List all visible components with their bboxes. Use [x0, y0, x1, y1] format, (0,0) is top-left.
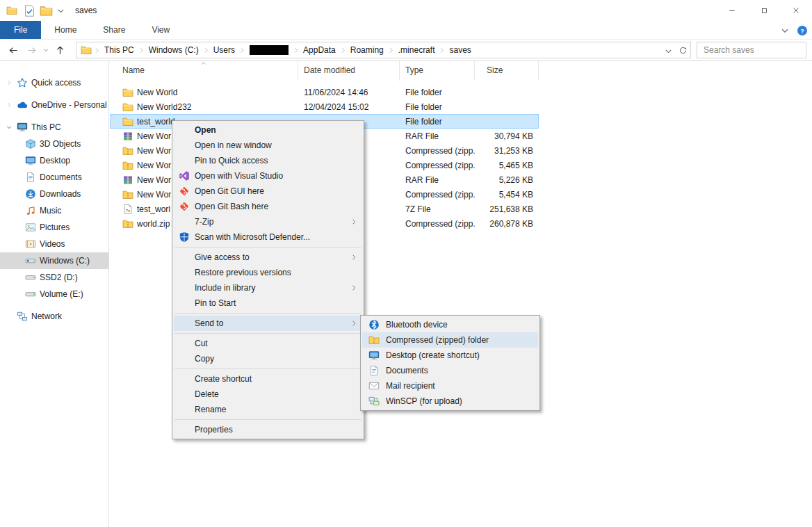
menu-item-cut[interactable]: Cut [174, 336, 362, 351]
address-folder-icon [81, 44, 92, 56]
menu-item-winscp-for-upload[interactable]: WinSCP (for upload) [362, 394, 538, 409]
sidebar-item-label: This PC [31, 122, 61, 132]
menu-item-documents[interactable]: Documents [362, 363, 538, 378]
onedrive-icon [17, 99, 28, 111]
menu-item-compressed-zipped-folder[interactable]: Compressed (zipped) folder [362, 332, 538, 348]
menu-item-create-shortcut[interactable]: Create shortcut [174, 371, 362, 387]
sidebar-item-documents[interactable]: Documents [0, 169, 108, 186]
back-button[interactable] [4, 41, 22, 59]
sidebar-item-videos[interactable]: Videos [0, 236, 108, 252]
breadcrumb-chevron-icon[interactable] [438, 47, 446, 54]
3d-cube-icon [25, 138, 36, 149]
breadcrumb-segment-appdata[interactable]: AppData [300, 45, 339, 55]
menu-item-desktop-create-shortcut[interactable]: Desktop (create shortcut) [362, 348, 538, 363]
sidebar-item-volume-e[interactable]: Volume (E:) [0, 286, 108, 302]
tab-file[interactable]: File [0, 21, 41, 39]
menu-item-properties[interactable]: Properties [174, 422, 362, 437]
up-button[interactable] [51, 41, 69, 59]
expander-chevron-down-icon[interactable] [6, 124, 13, 131]
sidebar-item-music[interactable]: Music [0, 202, 108, 219]
breadcrumb-segment-saves[interactable]: saves [446, 45, 474, 55]
help-icon[interactable]: ? [797, 25, 808, 36]
sidebar-item-windows-c[interactable]: Windows (C:) [0, 252, 108, 269]
column-header-type[interactable]: Type [400, 61, 475, 81]
properties-icon[interactable] [23, 4, 36, 17]
breadcrumb-segment-windows-c[interactable]: Windows (C:) [145, 45, 202, 55]
menu-item-label: Pin to Start [195, 298, 236, 308]
sidebar-item-onedrive-personal[interactable]: OneDrive - Personal [0, 97, 108, 113]
menu-item-delete[interactable]: Delete [174, 387, 362, 402]
sidebar-item-quick-access[interactable]: Quick access [0, 74, 108, 91]
menu-item-label: Create shortcut [195, 374, 252, 384]
menu-item-scan-with-microsoft-defender[interactable]: Scan with Microsoft Defender... [174, 229, 362, 245]
menu-item-bluetooth-device[interactable]: Bluetooth device [362, 317, 538, 332]
quick-access-icon [17, 77, 28, 88]
breadcrumb-chevron-icon[interactable] [339, 47, 347, 54]
breadcrumb-chevron-icon[interactable] [93, 47, 101, 54]
tab-share[interactable]: Share [90, 21, 138, 39]
file-name: New Wor [137, 175, 171, 185]
sidebar-item-3d-objects[interactable]: 3D Objects [0, 136, 108, 152]
breadcrumb-segment-minecraft[interactable]: .minecraft [395, 45, 439, 55]
back-arrow-icon [8, 45, 19, 56]
address-bar[interactable]: This PCWindows (C:)UsersAppDataRoaming.m… [76, 42, 691, 58]
sidebar-item-network[interactable]: Network [0, 308, 108, 325]
sidebar-item-downloads[interactable]: Downloads [0, 186, 108, 202]
menu-item-copy[interactable]: Copy [174, 351, 362, 366]
menu-item-include-in-library[interactable]: Include in library [174, 280, 362, 295]
file-type: RAR File [400, 131, 475, 141]
recent-locations-button[interactable] [40, 41, 51, 59]
menu-item-give-access-to[interactable]: Give access to [174, 250, 362, 265]
menu-item-open-git-bash-here[interactable]: Open Git Bash here [174, 199, 362, 214]
minimize-button[interactable] [716, 0, 748, 21]
tab-home[interactable]: Home [41, 21, 90, 39]
column-header-date-modified[interactable]: Date modified [298, 61, 400, 81]
new-folder-icon[interactable] [40, 4, 53, 17]
context-menu: OpenOpen in new windowPin to Quick acces… [172, 120, 364, 439]
menu-item-send-to[interactable]: Send to [174, 316, 362, 331]
menu-item-label: Rename [195, 405, 226, 414]
breadcrumb-redacted-username[interactable] [250, 45, 289, 55]
breadcrumb-chevron-icon[interactable] [387, 47, 395, 54]
menu-item-open-git-gui-here[interactable]: Open Git GUI here [174, 184, 362, 199]
tab-view[interactable]: View [138, 21, 183, 39]
sidebar-item-ssd2-d[interactable]: SSD2 (D:) [0, 269, 108, 286]
menu-item-open[interactable]: Open [174, 122, 362, 138]
menu-item-open-in-new-window[interactable]: Open in new window [174, 138, 362, 153]
column-header-size[interactable]: Size [475, 61, 539, 81]
expander-chevron-right-icon[interactable] [6, 102, 13, 108]
file-row-new-world232[interactable]: New World23212/04/2024 15:02File folder [110, 99, 539, 114]
sidebar-item-this-pc[interactable]: This PC [0, 119, 108, 136]
sidebar-item-pictures[interactable]: Pictures [0, 219, 108, 236]
breadcrumb-chevron-icon[interactable] [292, 47, 300, 54]
defender-icon [179, 232, 190, 243]
expander-chevron-right-icon[interactable] [6, 79, 13, 86]
breadcrumb-segment-users[interactable]: Users [210, 45, 238, 55]
address-history-button[interactable] [660, 42, 675, 58]
breadcrumb-segment-roaming[interactable]: Roaming [347, 45, 387, 55]
close-button[interactable] [780, 0, 812, 21]
file-size: 30,794 KB [475, 131, 539, 141]
search-input[interactable] [697, 43, 812, 57]
refresh-button[interactable] [675, 42, 690, 58]
customize-toolbar-chevron-icon[interactable] [56, 4, 65, 17]
menu-item-pin-to-start[interactable]: Pin to Start [174, 295, 362, 311]
sidebar-item-desktop[interactable]: Desktop [0, 152, 108, 169]
menu-item-rename[interactable]: Rename [174, 402, 362, 417]
breadcrumb-chevron-icon[interactable] [238, 47, 246, 54]
breadcrumb-chevron-icon[interactable] [202, 47, 210, 54]
column-header-name[interactable]: Name [110, 61, 298, 81]
breadcrumb-chevron-icon[interactable] [138, 47, 145, 54]
menu-item-open-with-visual-studio[interactable]: Open with Visual Studio [174, 168, 362, 184]
menu-item-pin-to-quick-access[interactable]: Pin to Quick access [174, 153, 362, 168]
menu-item-restore-previous-versions[interactable]: Restore previous versions [174, 265, 362, 280]
expand-ribbon-chevron-icon[interactable] [780, 26, 790, 35]
maximize-button[interactable] [748, 0, 780, 21]
breadcrumb-segment-this-pc[interactable]: This PC [101, 45, 138, 55]
forward-button[interactable] [22, 41, 40, 59]
menu-item-7-zip[interactable]: 7-Zip [174, 214, 362, 229]
menu-item-mail-recipient[interactable]: Mail recipient [362, 378, 538, 394]
network-icon [17, 311, 28, 322]
submenu-arrow-icon [350, 253, 358, 261]
file-row-new-world[interactable]: New World11/06/2024 14:46File folder [110, 85, 539, 99]
